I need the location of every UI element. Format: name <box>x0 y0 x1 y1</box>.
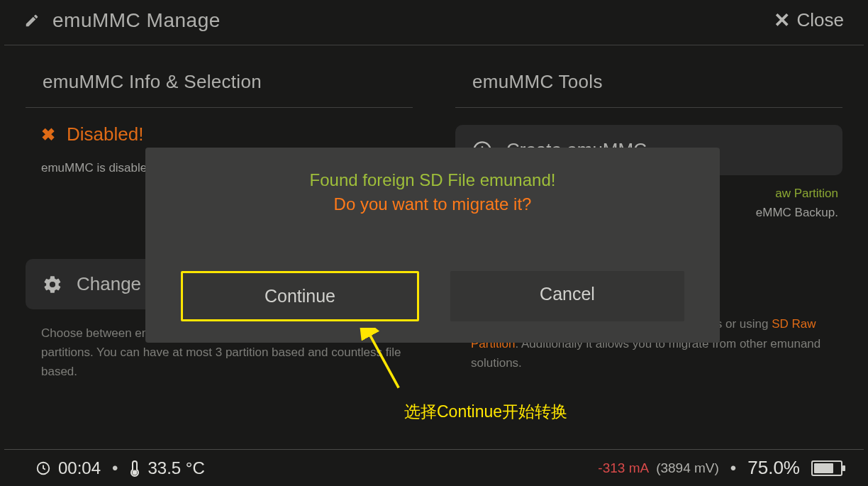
dot-separator: • <box>112 458 118 478</box>
svg-point-3 <box>133 470 137 474</box>
dot-separator-2: • <box>730 458 736 478</box>
cancel-button[interactable]: Cancel <box>450 271 684 321</box>
statusbar-right: -313 mA (3894 mV) • 75.0% <box>598 457 842 479</box>
battery-text: 75.0% <box>747 457 800 479</box>
current-text: -313 mA <box>598 460 649 476</box>
clock-icon <box>35 460 51 476</box>
continue-label: Continue <box>265 286 335 306</box>
voltage-text: (3894 mV) <box>656 460 719 476</box>
migrate-dialog: Found foreign SD File emunand! Do you wa… <box>145 148 720 343</box>
statusbar-left: 00:04 • 33.5 °C <box>35 458 205 478</box>
dialog-buttons: Continue Cancel <box>145 271 720 321</box>
status-bar: 00:04 • 33.5 °C -313 mA (3894 mV) • 75.0… <box>4 449 864 486</box>
thermometer-icon <box>129 459 140 477</box>
dialog-line2: Do you want to migrate it? <box>145 194 720 214</box>
continue-button[interactable]: Continue <box>181 271 419 321</box>
time-text: 00:04 <box>58 458 101 478</box>
battery-icon <box>811 460 842 476</box>
temp-text: 33.5 °C <box>148 458 204 478</box>
dialog-line1: Found foreign SD File emunand! <box>145 170 720 190</box>
cancel-label: Cancel <box>540 284 595 304</box>
annotation-text: 选择Continue开始转换 <box>404 401 567 423</box>
battery-fill <box>814 463 833 473</box>
